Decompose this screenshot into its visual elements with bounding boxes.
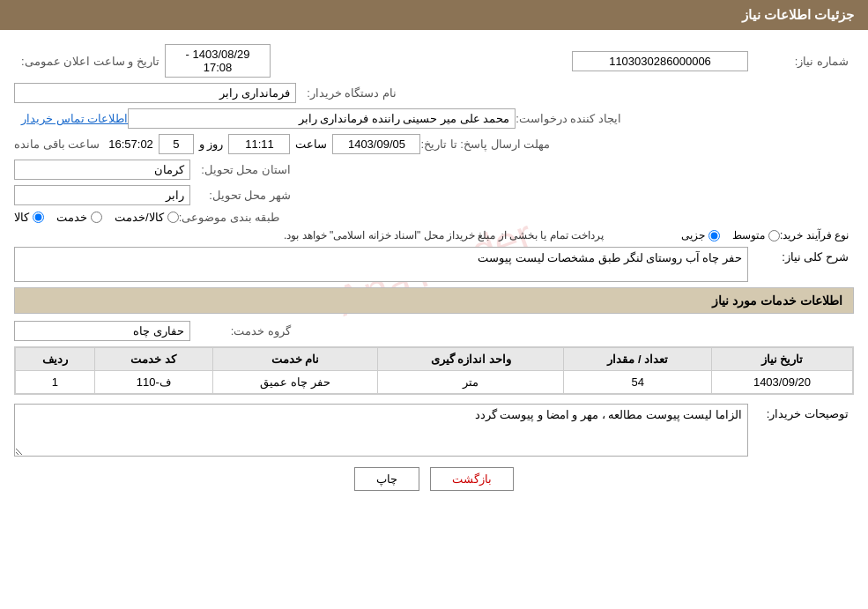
need-description-row: شرح کلی نیاز: حفر چاه آب روستای لنگر طبق…	[14, 247, 854, 282]
service-group-value: حفاری چاه	[14, 321, 190, 341]
service-group-label: گروه خدمت:	[190, 324, 296, 338]
buyer-description-row: توصیحات خریدار:	[14, 404, 854, 457]
col-date: تاریخ نیاز	[711, 348, 852, 371]
buyer-org-label: نام دستگاه خریدار:	[296, 86, 402, 100]
deadline-label: مهلت ارسال پاسخ: تا تاریخ:	[420, 137, 555, 151]
page-wrapper: جزئیات اطلاعات نیاز AnaTender شماره نیاز…	[0, 0, 868, 609]
deadline-time: 11:11	[228, 134, 290, 154]
category-kala-radio[interactable]	[33, 212, 44, 223]
cell-quantity: 54	[564, 371, 711, 394]
category-kala-khedmat-label: کالا/خدمت	[115, 211, 164, 224]
cell-date: 1403/09/20	[711, 371, 852, 394]
table-header-row: تاریخ نیاز تعداد / مقدار واحد اندازه گیر…	[16, 348, 853, 371]
purchase-motevaset-radio[interactable]	[768, 230, 780, 241]
table-row: 1403/09/20 54 متر حفر چاه عمیق ف-110 1	[16, 371, 853, 394]
deadline-date: 1403/09/05	[332, 134, 420, 154]
cell-unit: متر	[378, 371, 564, 394]
category-row: طبقه بندی موضوعی: کالا/خدمت خدمت کالا	[14, 211, 854, 224]
deadline-days-label: روز و	[194, 137, 229, 151]
need-number-label: شماره نیاز:	[748, 55, 854, 68]
service-group-row: گروه خدمت: حفاری چاه	[14, 321, 854, 341]
purchase-jozei-radio[interactable]	[708, 230, 720, 241]
deadline-days: 5	[159, 134, 194, 154]
purchase-motevaset-label: متوسط	[732, 229, 765, 241]
page-header: جزئیات اطلاعات نیاز	[0, 0, 868, 30]
buyer-org-row: نام دستگاه خریدار: فرمانداری رابر	[14, 83, 854, 103]
content-inner: شماره نیاز: 1103030286000006 1403/08/29 …	[14, 44, 854, 491]
announce-datetime-label: تاریخ و ساعت اعلان عمومی:	[14, 55, 165, 68]
purchase-jozei-label: جزیی	[681, 229, 705, 241]
buyer-description-label: توصیحات خریدار:	[748, 404, 854, 420]
city-row: شهر محل تحویل: رابر	[14, 185, 854, 205]
category-kala-option[interactable]: کالا	[14, 211, 44, 224]
back-button[interactable]: بازگشت	[430, 467, 514, 491]
need-description-label: شرح کلی نیاز:	[748, 247, 854, 264]
city-value: رابر	[14, 185, 190, 205]
province-row: استان محل تحویل: کرمان	[14, 160, 854, 180]
deadline-clock: 16:57:02	[103, 137, 159, 151]
category-khedmat-radio[interactable]	[91, 212, 102, 223]
cell-row: 1	[16, 371, 95, 394]
announce-datetime-value: 1403/08/29 - 17:08	[165, 44, 271, 78]
col-unit: واحد اندازه گیری	[378, 348, 564, 371]
creator-label: ایجاد کننده درخواست:	[516, 112, 627, 125]
content-area: AnaTender شماره نیاز: 1103030286000006 1…	[0, 30, 868, 505]
col-name: نام خدمت	[212, 348, 378, 371]
purchase-type-label: نوع فرآیند خرید:	[780, 229, 854, 241]
buttons-row: بازگشت چاپ	[14, 467, 854, 491]
category-khedmat-label: خدمت	[56, 211, 87, 224]
city-label: شهر محل تحویل:	[190, 189, 296, 202]
purchase-type-radio-group: متوسط جزیی	[604, 229, 780, 241]
contact-link[interactable]: اطلاعات تماس خریدار	[21, 112, 128, 125]
cell-code: ف-110	[94, 371, 212, 394]
print-button[interactable]: چاپ	[354, 467, 419, 491]
creator-row: ایجاد کننده درخواست: محمد علی میر حسینی …	[14, 108, 854, 129]
category-label: طبقه بندی موضوعی:	[179, 211, 286, 224]
services-section-title: اطلاعات خدمات مورد نیاز	[14, 287, 854, 314]
col-quantity: تعداد / مقدار	[564, 348, 711, 371]
category-radio-group: کالا/خدمت خدمت کالا	[14, 211, 179, 224]
services-table-wrapper: تاریخ نیاز تعداد / مقدار واحد اندازه گیر…	[14, 346, 854, 395]
col-code: کد خدمت	[94, 348, 212, 371]
category-khedmat-option[interactable]: خدمت	[56, 211, 102, 224]
province-value: کرمان	[14, 160, 190, 180]
page-title: جزئیات اطلاعات نیاز	[742, 7, 854, 22]
deadline-row: مهلت ارسال پاسخ: تا تاریخ: 1403/09/05 سا…	[14, 134, 854, 154]
cell-name: حفر چاه عمیق	[212, 371, 378, 394]
category-kala-khedmat-radio[interactable]	[167, 212, 179, 223]
services-table: تاریخ نیاز تعداد / مقدار واحد اندازه گیر…	[15, 347, 853, 394]
deadline-remaining-label: ساعت باقی مانده	[14, 137, 100, 151]
purchase-jozei-option[interactable]: جزیی	[681, 229, 720, 241]
need-description-value: حفر چاه آب روستای لنگر طبق مشخصات لیست پ…	[14, 247, 748, 282]
creator-value: محمد علی میر حسینی راننده فرمانداری رابر	[128, 108, 516, 129]
category-kala-label: کالا	[14, 211, 29, 224]
buyer-description-textarea[interactable]	[14, 404, 748, 457]
category-kala-khedmat-option[interactable]: کالا/خدمت	[115, 211, 179, 224]
need-number-row: شماره نیاز: 1103030286000006 1403/08/29 …	[14, 44, 854, 78]
province-label: استان محل تحویل:	[190, 163, 296, 176]
need-number-value: 1103030286000006	[572, 51, 748, 71]
deadline-time-label: ساعت	[290, 137, 332, 151]
buyer-org-value: فرمانداری رابر	[14, 83, 296, 103]
col-row: ردیف	[16, 348, 95, 371]
purchase-type-row: نوع فرآیند خرید: متوسط جزیی پرداخت تمام …	[14, 229, 854, 241]
purchase-note: پرداخت تمام یا بخشی از مبلغ خریداز محل "…	[14, 229, 604, 241]
purchase-motevaset-option[interactable]: متوسط	[732, 229, 780, 241]
